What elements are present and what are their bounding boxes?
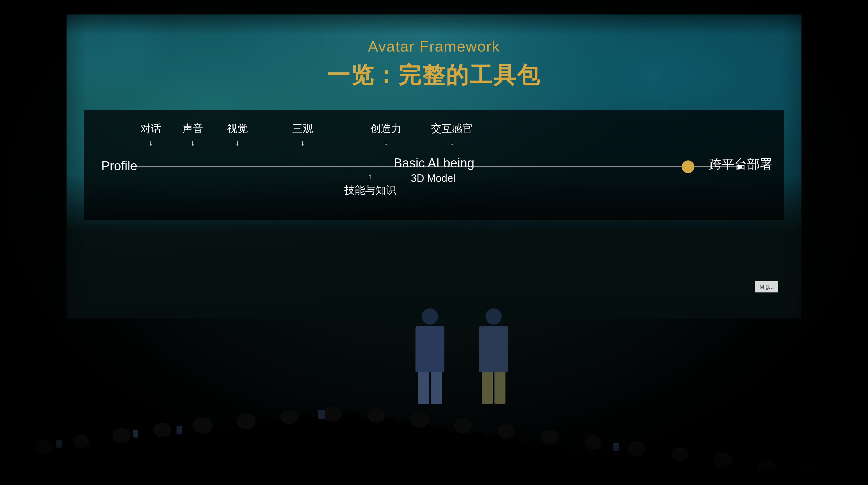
svg-rect-23 xyxy=(318,410,324,419)
svg-point-6 xyxy=(281,410,298,424)
framework-diagram: 对话 ↓ 声音 ↓ 视觉 ↓ 三观 ↓ 创造力 ↓ xyxy=(84,110,784,220)
svg-point-10 xyxy=(454,418,472,433)
svg-point-11 xyxy=(498,424,515,439)
person-head-1 xyxy=(422,308,438,324)
skills-text: 技能与知识 xyxy=(344,183,396,198)
svg-point-8 xyxy=(368,408,385,423)
svg-rect-20 xyxy=(56,440,62,448)
sound-text: 声音 xyxy=(182,122,203,136)
arrow-up-skills: ↑ xyxy=(368,172,372,180)
label-3d-model: 3D Model xyxy=(411,172,456,184)
svg-point-2 xyxy=(112,428,131,443)
svg-point-5 xyxy=(237,413,255,429)
label-senses: 交互感官 ↓ xyxy=(431,122,473,147)
scene: Avatar Framework 一览：完整的工具包 对话 ↓ 声音 ↓ 视觉 … xyxy=(0,0,868,485)
label-dialog: 对话 ↓ xyxy=(140,122,161,147)
basic-ai-label: Basic AI being xyxy=(394,156,474,170)
svg-point-12 xyxy=(540,430,559,445)
profile-label: Profile xyxy=(101,159,137,173)
label-vision: 视觉 ↓ xyxy=(227,122,248,147)
svg-rect-24 xyxy=(613,443,619,451)
label-sound: 声音 ↓ xyxy=(182,122,203,147)
svg-point-0 xyxy=(35,440,52,455)
svg-point-9 xyxy=(410,412,429,428)
deploy-label: 跨平台部署 xyxy=(709,156,773,173)
golden-dot xyxy=(682,161,694,173)
svg-rect-22 xyxy=(133,430,138,437)
arrow-down-worldview: ↓ xyxy=(301,139,305,147)
svg-rect-21 xyxy=(177,426,182,434)
senses-text: 交互感官 xyxy=(431,122,473,136)
vision-text: 视觉 xyxy=(227,122,248,136)
svg-point-16 xyxy=(714,453,733,468)
label-worldview: 三观 ↓ xyxy=(292,122,313,147)
label-skills: ↑ 技能与知识 xyxy=(344,172,396,198)
svg-point-14 xyxy=(627,441,646,456)
arrow-down-vision: ↓ xyxy=(236,139,240,147)
arrow-down-creativity: ↓ xyxy=(384,139,388,147)
arrow-down-sound: ↓ xyxy=(191,139,195,147)
arrow-down-dialog: ↓ xyxy=(149,139,153,147)
worldview-text: 三观 xyxy=(292,122,313,136)
arrow-down-senses: ↓ xyxy=(450,139,454,147)
svg-point-3 xyxy=(153,423,171,437)
3d-model-text: 3D Model xyxy=(411,172,456,184)
svg-rect-25 xyxy=(0,470,868,485)
audience-svg xyxy=(0,340,868,485)
svg-point-15 xyxy=(671,447,689,462)
dialog-text: 对话 xyxy=(140,122,161,136)
svg-point-13 xyxy=(585,436,602,450)
title-area: Avatar Framework 一览：完整的工具包 xyxy=(66,38,802,91)
svg-point-1 xyxy=(73,435,89,449)
title-zh: 一览：完整的工具包 xyxy=(66,60,802,91)
svg-point-7 xyxy=(323,406,342,422)
presentation-screen: Avatar Framework 一览：完整的工具包 对话 ↓ 声音 ↓ 视觉 … xyxy=(66,15,802,318)
svg-point-4 xyxy=(192,418,213,434)
label-creativity: 创造力 ↓ xyxy=(370,122,402,147)
corner-sign: Mig... xyxy=(755,281,778,292)
person-head-2 xyxy=(486,308,502,324)
title-en: Avatar Framework xyxy=(66,38,802,55)
audience-area xyxy=(0,340,868,485)
creativity-text: 创造力 xyxy=(370,122,402,136)
